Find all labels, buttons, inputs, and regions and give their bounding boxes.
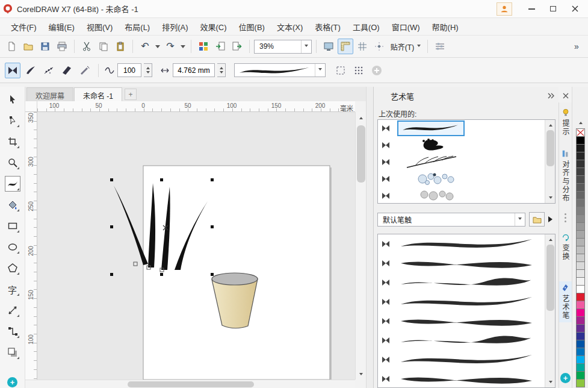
color-swatch[interactable] <box>576 371 585 380</box>
docker-splitter[interactable] <box>366 87 373 388</box>
drawing-canvas[interactable] <box>37 112 355 380</box>
drop-shadow-tool[interactable] <box>5 345 20 360</box>
palette-scroll-up-button[interactable] <box>576 118 585 126</box>
apply-stroke-button[interactable] <box>548 216 556 222</box>
dynamic-guides-button[interactable] <box>371 39 387 54</box>
undo-button[interactable]: ↶ <box>137 39 153 54</box>
color-swatch[interactable] <box>576 175 585 184</box>
smart-fill-tool[interactable] <box>5 197 20 213</box>
copy-button[interactable] <box>96 39 111 54</box>
stroke-list-item[interactable] <box>378 331 555 350</box>
menu-item[interactable]: 位图(B) <box>233 18 271 36</box>
color-swatch[interactable] <box>576 230 585 239</box>
color-swatch[interactable] <box>576 355 585 364</box>
show-grid-button[interactable] <box>354 39 370 54</box>
stroke-list-item[interactable] <box>378 350 555 369</box>
calligraphic-mode-button[interactable] <box>59 63 75 78</box>
color-swatch[interactable] <box>576 293 585 301</box>
menu-item[interactable]: 布局(L) <box>119 18 156 36</box>
menu-item[interactable]: 文本(X) <box>271 18 309 36</box>
search-content-button[interactable] <box>196 39 211 54</box>
new-document-button[interactable] <box>4 39 19 54</box>
save-button[interactable] <box>37 39 53 54</box>
color-swatch[interactable] <box>576 207 585 215</box>
scroll-thumb[interactable] <box>546 130 554 166</box>
color-swatch[interactable] <box>576 183 585 192</box>
shape-tool[interactable] <box>5 113 20 128</box>
text-tool[interactable]: 字 <box>5 281 20 297</box>
menu-item[interactable]: 窗口(W) <box>386 18 426 36</box>
color-swatch[interactable] <box>576 277 585 286</box>
paste-button[interactable] <box>113 39 128 54</box>
docker-tab-artistic-media[interactable]: 艺术笔 <box>559 281 572 322</box>
default-strokes-scrollbar[interactable] <box>545 234 555 387</box>
pick-tool[interactable] <box>5 92 20 107</box>
horizontal-scroll-thumb[interactable] <box>128 381 254 387</box>
stroke-list-item[interactable] <box>378 120 555 137</box>
color-swatch[interactable] <box>576 379 585 387</box>
stroke-list-item[interactable] <box>378 311 555 331</box>
color-swatch[interactable] <box>576 340 585 348</box>
color-swatch[interactable] <box>576 199 585 207</box>
vertical-scroll-thumb[interactable] <box>357 125 365 183</box>
color-swatch[interactable] <box>576 238 585 246</box>
polygon-tool[interactable] <box>5 260 20 276</box>
docker-tab-hints[interactable]: 提示 <box>559 106 572 139</box>
menu-item[interactable]: 文件(F) <box>5 18 43 36</box>
add-docker-button[interactable]: + <box>560 373 571 383</box>
menu-item[interactable]: 工具(O) <box>347 18 386 36</box>
scroll-up-button[interactable] <box>356 112 367 122</box>
color-swatch[interactable] <box>576 167 585 176</box>
import-button[interactable] <box>212 39 228 54</box>
color-swatch[interactable] <box>576 254 585 262</box>
color-swatch[interactable] <box>576 261 585 270</box>
docker-collapse-button[interactable] <box>545 90 557 101</box>
scroll-up-button[interactable] <box>545 120 556 129</box>
color-swatch[interactable] <box>576 324 585 333</box>
fullscreen-preview-button[interactable] <box>321 39 336 54</box>
stroke-category-combo[interactable]: 默认笔触 <box>377 213 525 227</box>
no-color-swatch[interactable] <box>576 128 585 137</box>
vertical-scrollbar[interactable] <box>355 112 366 380</box>
stroke-list-item[interactable] <box>378 137 555 154</box>
options-button[interactable] <box>432 39 448 54</box>
connector-tool[interactable] <box>5 324 20 339</box>
vertical-ruler[interactable]: 350300250200150100 <box>25 112 37 380</box>
toolbox-customize-button[interactable]: + <box>7 377 17 387</box>
menu-item[interactable]: 帮助(H) <box>426 18 465 36</box>
browse-folder-button[interactable] <box>529 212 545 227</box>
stroke-end-node[interactable] <box>134 262 137 266</box>
horizontal-ruler[interactable]: 10050050100150200 毫米 <box>37 101 355 112</box>
show-rulers-button[interactable] <box>338 39 353 54</box>
stroke-list-item[interactable] <box>378 254 555 273</box>
user-account-button[interactable] <box>497 2 512 16</box>
zoom-tool[interactable] <box>5 155 20 171</box>
undo-dropdown[interactable] <box>154 39 161 54</box>
border-options-button[interactable] <box>333 63 348 78</box>
toolbar-overflow-button[interactable]: » <box>569 39 584 54</box>
last-used-scrollbar[interactable] <box>545 120 555 203</box>
color-swatch[interactable] <box>576 348 585 356</box>
print-button[interactable] <box>54 39 70 54</box>
zoom-level-combo[interactable]: 39% <box>254 40 312 54</box>
snap-to-button[interactable]: 贴齐(T) <box>388 39 423 54</box>
scroll-down-button[interactable] <box>545 194 556 203</box>
horizontal-scrollbar[interactable] <box>25 380 355 388</box>
scroll-down-button[interactable] <box>545 378 556 387</box>
export-button[interactable] <box>229 39 245 54</box>
color-swatch[interactable] <box>576 160 585 168</box>
brush-mode-button[interactable] <box>23 63 39 78</box>
stroke-list-item[interactable] <box>378 187 555 204</box>
artistic-media-tool[interactable] <box>5 176 20 192</box>
pressure-mode-button[interactable] <box>77 63 93 78</box>
menu-item[interactable]: 视图(V) <box>81 18 119 36</box>
stroke-list-item[interactable] <box>378 292 555 311</box>
stroke-list-item[interactable] <box>378 369 555 388</box>
docker-tab-transform[interactable]: 变换 <box>559 231 572 263</box>
color-swatch[interactable] <box>576 191 585 199</box>
stroke-width-spinner[interactable] <box>217 63 226 77</box>
rectangle-tool[interactable] <box>5 218 20 234</box>
stroke-list-combo[interactable] <box>234 63 326 77</box>
color-swatch[interactable] <box>576 222 585 231</box>
color-swatch[interactable] <box>576 285 585 293</box>
